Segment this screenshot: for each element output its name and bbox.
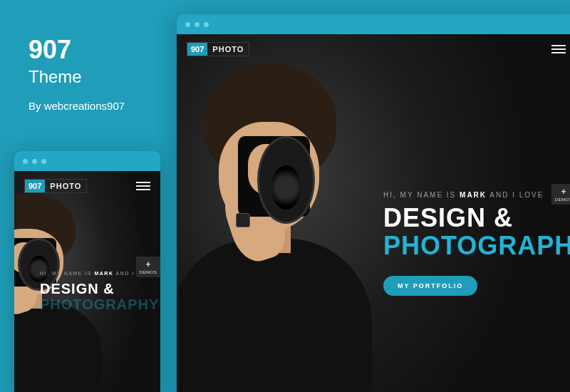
theme-header: 907 Theme By webcreations907: [28, 36, 125, 112]
hero-image: [177, 63, 396, 392]
site-logo[interactable]: 907 PHOTO: [187, 42, 249, 56]
hamburger-icon[interactable]: [551, 45, 566, 53]
theme-author: By webcreations907: [28, 100, 125, 112]
portfolio-button[interactable]: MY PORTFOLIO: [383, 276, 477, 296]
browser-titlebar: [177, 14, 570, 34]
demos-button[interactable]: + DEMOS: [136, 257, 160, 277]
headline-line1: DESIGN &: [40, 282, 153, 297]
demos-label: DEMOS: [136, 270, 160, 274]
desktop-viewport: 907 PHOTO + DEMOS HI, MY NAME IS MARK AN…: [177, 34, 570, 392]
mobile-viewport: 907 PHOTO + DEMOS HI, MY NAME IS MARK AN…: [14, 171, 160, 392]
logo-mark: 907: [187, 43, 207, 56]
mobile-preview: 907 PHOTO + DEMOS HI, MY NAME IS MARK AN…: [14, 151, 160, 392]
hamburger-icon[interactable]: [136, 182, 150, 190]
hero-headline: DESIGN & PHOTOGRAPHY: [40, 282, 153, 312]
headline-line2: PHOTOGRAPHY: [40, 297, 153, 313]
plus-icon: +: [551, 187, 570, 196]
hero-intro: HI, MY NAME IS MARK AND I LOVE: [383, 191, 569, 199]
window-dot-icon: [204, 22, 209, 27]
headline-line1: DESIGN &: [383, 205, 569, 232]
site-topbar: 907 PHOTO: [14, 171, 160, 201]
logo-mark: 907: [25, 180, 45, 192]
desktop-preview: 907 PHOTO + DEMOS HI, MY NAME IS MARK AN…: [177, 14, 570, 392]
demos-label: DEMOS: [551, 197, 570, 202]
browser-titlebar: [14, 151, 160, 171]
site-logo[interactable]: 907 PHOTO: [24, 179, 87, 193]
window-dot-icon: [185, 22, 190, 27]
theme-title: 907: [28, 36, 125, 64]
plus-icon: +: [136, 260, 160, 269]
window-dot-icon: [41, 159, 46, 164]
theme-subtitle: Theme: [28, 67, 125, 87]
window-dot-icon: [32, 159, 37, 164]
window-dot-icon: [195, 22, 200, 27]
site-topbar: 907 PHOTO: [177, 34, 570, 64]
hero-headline: DESIGN & PHOTOGRAPHY: [383, 205, 569, 260]
headline-line2: PHOTOGRAPHY: [383, 232, 569, 260]
window-dot-icon: [23, 159, 28, 164]
hero-text: HI, MY NAME IS MARK AND I LOVE DESIGN & …: [383, 191, 569, 296]
logo-word: PHOTO: [207, 43, 249, 56]
demos-button[interactable]: + DEMOS: [551, 184, 570, 205]
logo-word: PHOTO: [45, 180, 86, 192]
